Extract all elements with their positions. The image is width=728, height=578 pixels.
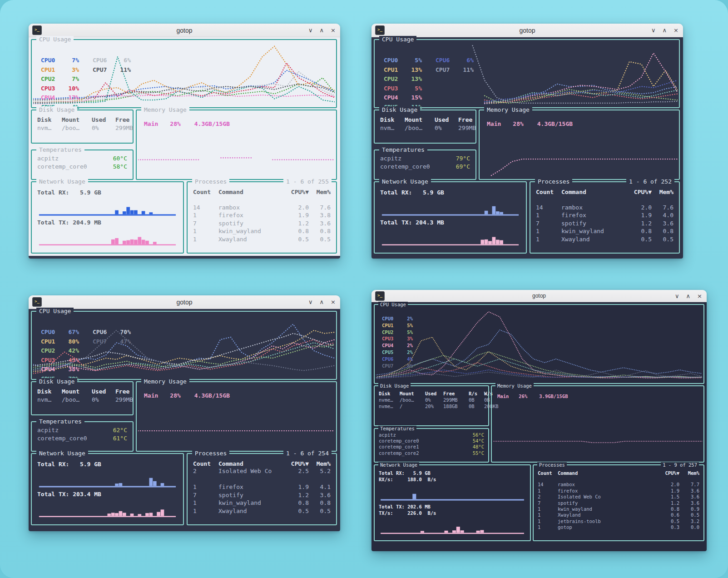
cpu-name: CPU6 (382, 356, 398, 363)
window-titlebar[interactable]: >_ gotop ∨ ∧ × (371, 24, 683, 37)
close-icon[interactable]: × (697, 293, 702, 299)
process-row: 7spotify1.23.6 (536, 219, 674, 228)
cpu-legend: CPU067%CPU180%CPU242%CPU345%CPU438%CPU57… (41, 328, 131, 383)
process-cell: 3.2 (679, 518, 699, 524)
minimize-icon[interactable]: ∨ (308, 299, 313, 305)
process-column-header[interactable]: CPU%▼ (656, 470, 679, 476)
temperature-row: coretemp_core058°C (37, 163, 127, 171)
panel-title-cpu: CPU Usage (379, 36, 416, 43)
cpu-legend-item: CPU711% (93, 66, 131, 74)
cpu-legend-item: CPU13% (41, 66, 79, 74)
cpu-value: 2% (398, 349, 413, 356)
process-cell: 2.0 (282, 204, 309, 212)
process-cell: 7.6 (652, 204, 674, 212)
cpu-name: CPU4 (382, 343, 398, 349)
minimize-icon[interactable]: ∨ (651, 27, 656, 33)
process-cell: 1 (193, 211, 218, 219)
temperatures-panel: Temperatures acpitz62°Ccoretemp_core061°… (31, 421, 134, 452)
cpu-legend-item: CPU670% (93, 328, 131, 336)
terminal-content[interactable]: CPU Usage CPU07%CPU13%CPU27%CPU310%CPU41… (29, 37, 340, 259)
memory-label: Main (144, 120, 158, 127)
processes-panel: Processes 1 - 6 of 252 CountCommandCPU%▼… (530, 181, 680, 254)
cpu-legend-item: CPU113% (384, 66, 422, 74)
process-cell: 1 (193, 507, 218, 515)
disk-column-header: Disk (380, 116, 405, 123)
cpu-name: CPU7 (93, 66, 112, 74)
process-column-header[interactable]: CPU%▼ (625, 189, 652, 195)
disk-column-header: Used (435, 116, 458, 123)
memory-main-row: Main 28% 4.3GB/15GB (144, 392, 230, 399)
process-cell: 0.0 (679, 524, 699, 530)
process-row (536, 195, 674, 204)
process-column-header[interactable]: CPU%▼ (282, 460, 309, 467)
minimize-icon[interactable]: ∨ (675, 293, 679, 299)
cpu-value: 13% (403, 66, 422, 74)
process-cell: 1.2 (656, 500, 679, 506)
process-cell: 1.9 (282, 211, 309, 219)
window-titlebar[interactable]: >_ gotop ∨ ∧ × (371, 290, 707, 302)
cpu-value: 2% (398, 316, 413, 322)
cpu-name: CPU1 (41, 338, 60, 346)
cpu-legend-item: CPU415% (384, 94, 422, 102)
cpu-legend-item: CPU05% (384, 56, 422, 65)
process-column-header[interactable]: CPU%▼ (282, 189, 309, 195)
memory-amount: 4.3GB/15GB (194, 120, 230, 127)
process-cell: 0.9 (679, 506, 699, 512)
process-cell (193, 475, 218, 483)
process-cell: 0.8 (282, 499, 309, 507)
memory-amount: 4.3GB/15GB (194, 392, 230, 399)
process-cell: 5.2 (309, 467, 331, 475)
sensor-value: 56°C (473, 432, 484, 438)
cpu-legend-item: CPU213% (384, 75, 422, 83)
maximize-icon[interactable]: ∧ (686, 293, 691, 299)
terminal-content[interactable]: CPU Usage CPU067%CPU180%CPU242%CPU345%CP… (29, 309, 340, 531)
window-titlebar[interactable]: >_ gotop ∨ ∧ × (29, 24, 340, 37)
window-title: gotop (29, 299, 340, 306)
cpu-legend: CPU05%CPU113%CPU213%CPU35%CPU415%CPU511%… (384, 56, 474, 111)
maximize-icon[interactable]: ∧ (663, 27, 667, 33)
temperature-row: coretemp_core069°C (380, 163, 470, 171)
terminal-content[interactable]: CPU Usage CPU05%CPU113%CPU213%CPU35%CPU4… (371, 37, 683, 259)
process-row: 7spotify1.23.6 (193, 491, 331, 499)
maximize-icon[interactable]: ∧ (320, 299, 324, 305)
process-table-header: CountCommandCPU%▼Mem% (193, 189, 331, 195)
process-row: 1kwin_wayland0.80.8 (193, 227, 331, 235)
network-body: Total RX: 5.9 GBTotal TX: 203.4 MB (32, 454, 183, 524)
window-titlebar[interactable]: >_ gotop ∨ ∧ × (29, 295, 340, 309)
net-tx-label: Total TX: 204.9 MB (37, 219, 178, 227)
net-rx-graph (380, 483, 525, 501)
maximize-icon[interactable]: ∧ (320, 27, 324, 33)
process-cell: 0.8 (625, 227, 652, 235)
close-icon[interactable]: × (331, 27, 336, 33)
cpu-name: CPU6 (93, 56, 112, 65)
panel-title-disk: Disk Usage (36, 106, 77, 113)
panel-title-network: Network Usage (36, 450, 88, 457)
process-row: 1firefox1.94.0 (536, 211, 674, 219)
disk-cell: 0% (92, 396, 115, 403)
panel-title-processes: Processes (192, 178, 229, 185)
process-cell (561, 195, 625, 204)
terminal-content[interactable]: CPU Usage CPU02%CPU15%CPU25%CPU33%CPU42%… (371, 302, 707, 551)
process-cell: firefox (218, 483, 282, 491)
net-tx-graph (38, 499, 177, 518)
process-cell: kwin_wayland (218, 499, 282, 507)
process-cell: Xwayland (218, 507, 282, 515)
cpu-legend-item: CPU180% (41, 338, 79, 346)
disk-cell: nvme… (379, 404, 400, 409)
network-body: Total RX: 5.9 GBTotal TX: 204.3 MB (375, 182, 526, 253)
temperature-row: acpitz56°C (379, 432, 484, 438)
cpu-value: 15% (403, 94, 422, 102)
sensor-name: coretemp_core0 (37, 434, 87, 443)
close-icon[interactable]: × (331, 299, 336, 305)
process-cell: 0.8 (656, 506, 679, 512)
process-cell (309, 195, 331, 204)
panel-title-memory: Memory Usage (141, 378, 189, 385)
cpu-value: 5% (403, 85, 422, 93)
memory-percent: 28% (513, 120, 523, 127)
window-title: gotop (371, 27, 683, 34)
close-icon[interactable]: × (674, 27, 678, 33)
process-row: 1Xwayland0.50.5 (193, 507, 331, 515)
cpu-value: 3% (60, 66, 79, 74)
processes-panel: Processes 1 - 6 of 254 CountCommandCPU%▼… (187, 453, 337, 525)
minimize-icon[interactable]: ∨ (308, 27, 313, 33)
